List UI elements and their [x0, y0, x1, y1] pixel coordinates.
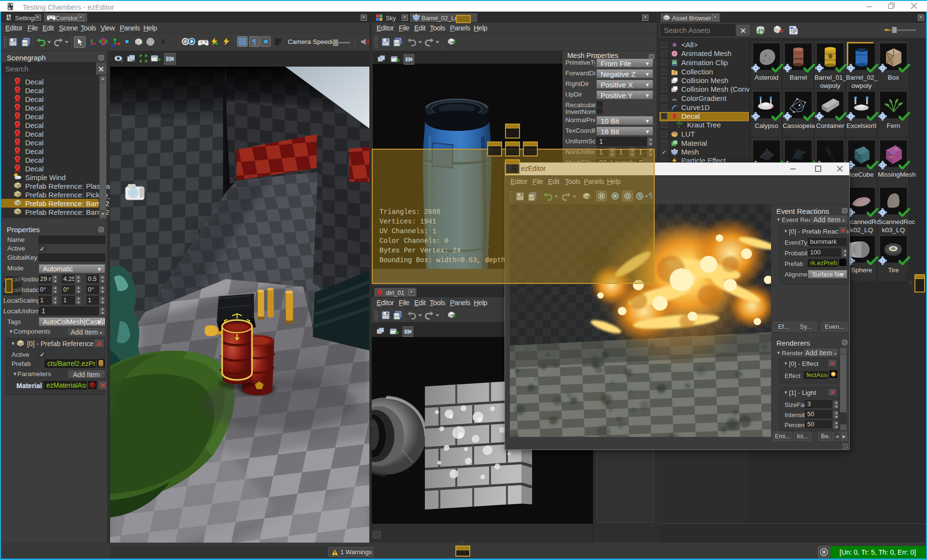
svg-text:Mis: Mis [889, 155, 893, 158]
svg-text:¶: ¶ [252, 38, 256, 46]
